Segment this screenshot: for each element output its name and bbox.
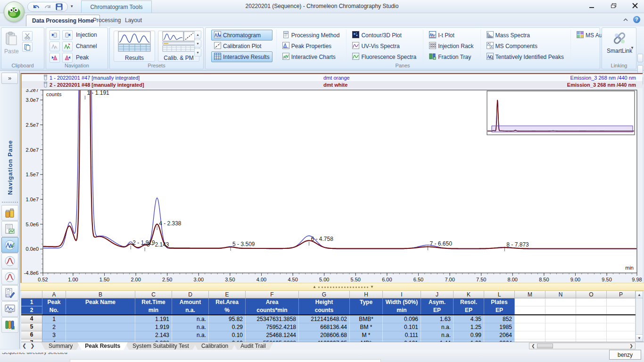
header-cell[interactable]: Area — [246, 298, 299, 306]
column-header-N[interactable]: N — [545, 291, 576, 298]
cell[interactable]: 25347631.3858 — [246, 315, 299, 323]
restore-button[interactable] — [606, 1, 620, 10]
sheet-tab-calibration[interactable]: Calibration — [194, 342, 236, 350]
sidebar-splitter[interactable] — [2, 202, 18, 203]
edge-button-2[interactable] — [637, 65, 643, 74]
save-button[interactable] — [54, 3, 64, 11]
header-cell[interactable]: EP — [484, 306, 515, 314]
overview-zoom-region[interactable] — [492, 126, 633, 132]
cell[interactable]: n.a. — [172, 323, 209, 331]
cell[interactable]: 95.82 — [209, 315, 246, 323]
peak-circle-icon-1[interactable] — [1, 253, 18, 269]
column-header-L[interactable]: L — [484, 291, 515, 298]
pane-toggle-peak-properties[interactable]: Peak Properties — [280, 41, 343, 51]
previous-channel-button[interactable] — [50, 41, 60, 51]
cell[interactable]: 1.25 — [454, 323, 484, 331]
column-header-K[interactable]: K — [454, 291, 484, 298]
close-button[interactable] — [628, 1, 642, 10]
pane-toggle-tentatively-identified-peaks[interactable]: Tentatively Identified Peaks — [484, 51, 567, 62]
table-vertical-scrollbar[interactable]: ▲ ▼ — [636, 291, 643, 342]
pane-toggle-uv-vis-spectra[interactable]: UV-Vis Spectra — [349, 41, 419, 51]
cell[interactable]: 0.99 — [454, 331, 484, 339]
cell[interactable]: 852 — [484, 315, 515, 323]
splitter-collapse-down-icon[interactable]: ▼ — [370, 285, 374, 289]
gallery-more-button[interactable]: ▼ — [194, 49, 201, 57]
smartlink-button[interactable]: SmartLink — [606, 30, 633, 54]
scrollbar-thumb[interactable] — [537, 344, 553, 348]
cell[interactable]: 25468.1244 — [246, 331, 299, 339]
cell[interactable]: 208606.68 — [299, 331, 350, 339]
help-icon[interactable]: ? — [633, 16, 640, 23]
cell[interactable]: n.a. — [421, 323, 454, 331]
column-header-G[interactable]: G — [299, 291, 350, 298]
cell[interactable] — [545, 315, 576, 323]
column-header-J[interactable]: J — [421, 291, 454, 298]
header-cell[interactable]: counts — [299, 306, 350, 314]
cell[interactable]: 1.919 — [135, 323, 172, 331]
header-cell[interactable]: No. — [42, 306, 66, 314]
chromatogram-view-icon[interactable] — [1, 237, 18, 253]
pane-toggle-contour-3d-plot[interactable]: Contour/3D Plot — [349, 30, 419, 41]
scroll-right-icon[interactable]: ❯ — [627, 344, 635, 348]
header-cell[interactable]: n.a. — [172, 306, 209, 314]
cell[interactable] — [545, 323, 576, 331]
cell[interactable]: 3 — [42, 331, 66, 339]
row-header-6[interactable]: 6 — [21, 331, 42, 339]
header-cell[interactable]: Amount — [172, 298, 209, 306]
cell[interactable]: 0.111 — [383, 331, 421, 339]
cell[interactable] — [66, 323, 135, 331]
cell[interactable] — [607, 331, 636, 339]
next-injection-button[interactable] — [62, 30, 73, 40]
cell[interactable]: 2 — [42, 323, 66, 331]
column-header-O[interactable]: O — [576, 291, 607, 298]
sheet-tab-system-suitability-test[interactable]: System Suitability Test — [125, 342, 197, 350]
cell[interactable] — [515, 331, 545, 339]
pane-toggle-calibration-plot[interactable]: Calibration Plot — [211, 41, 272, 51]
injections-icon[interactable] — [1, 205, 18, 221]
pane-toggle-interactive-results[interactable]: Interactive Results — [211, 51, 272, 62]
header-cell[interactable] — [350, 306, 383, 314]
row-header-5[interactable]: 5 — [21, 323, 42, 331]
cell[interactable] — [576, 331, 607, 339]
cell[interactable]: 75952.4218 — [246, 323, 299, 331]
cell[interactable]: BMB* — [350, 315, 383, 323]
header-cell[interactable]: min — [383, 306, 421, 314]
smartlink-dropdown-arrow[interactable]: ▼ — [630, 46, 634, 50]
next-peak-button[interactable] — [62, 53, 73, 63]
gallery-down-button[interactable]: ▼ — [194, 40, 201, 48]
header-cell[interactable]: Peak — [42, 298, 66, 306]
columns-icon[interactable] — [1, 317, 18, 333]
previous-injection-button[interactable] — [50, 30, 60, 40]
undo-button[interactable] — [32, 3, 41, 11]
pane-toggle-fluorescence-spectra[interactable]: Fluorescence Spectra — [349, 51, 419, 62]
cell[interactable] — [576, 315, 607, 323]
gallery-up-button[interactable]: ▲ — [194, 31, 201, 39]
chromatogram-chart[interactable]: 3.2e73.0e72.5e72.0e71.5e71.0e75.0e60.0e0… — [22, 89, 643, 284]
injection-legend-row-2[interactable]: 2 - 20220201 #48 [manually integrated] d… — [22, 81, 643, 88]
cell[interactable]: 1.191 — [135, 315, 172, 323]
expand-navigation-pane-button[interactable]: » — [1, 73, 18, 84]
row-header-1[interactable]: 1 — [21, 298, 42, 306]
column-header-P[interactable]: P — [607, 291, 636, 298]
cell[interactable]: 0.096 — [383, 315, 421, 323]
user-badge[interactable]: benzy — [609, 350, 641, 360]
scroll-down-icon[interactable]: ▼ — [636, 334, 643, 341]
scroll-left-icon[interactable]: ❮ — [529, 344, 537, 348]
header-cell[interactable] — [607, 306, 636, 314]
tab-layout[interactable]: Layout — [119, 15, 148, 26]
cell[interactable] — [66, 315, 135, 323]
header-cell[interactable] — [515, 298, 545, 306]
pane-toggle-mass-spectra[interactable]: Mass Spectra — [484, 30, 567, 41]
column-header-F[interactable]: F — [246, 291, 299, 298]
cell[interactable]: 0.10 — [209, 331, 246, 339]
pane-toggle-fraction-tray[interactable]: Fraction Tray — [426, 51, 476, 62]
collapse-ribbon-icon[interactable] — [623, 16, 628, 23]
sheet-select-all-corner[interactable] — [21, 291, 42, 298]
cell[interactable] — [576, 323, 607, 331]
header-cell[interactable]: EP — [454, 306, 484, 314]
minimize-button[interactable] — [585, 1, 599, 10]
column-header-C[interactable]: C — [135, 291, 172, 298]
pane-toggle-ms-components[interactable]: MS Components — [484, 41, 567, 51]
cell[interactable]: 0.29 — [209, 323, 246, 331]
cell[interactable] — [515, 315, 545, 323]
